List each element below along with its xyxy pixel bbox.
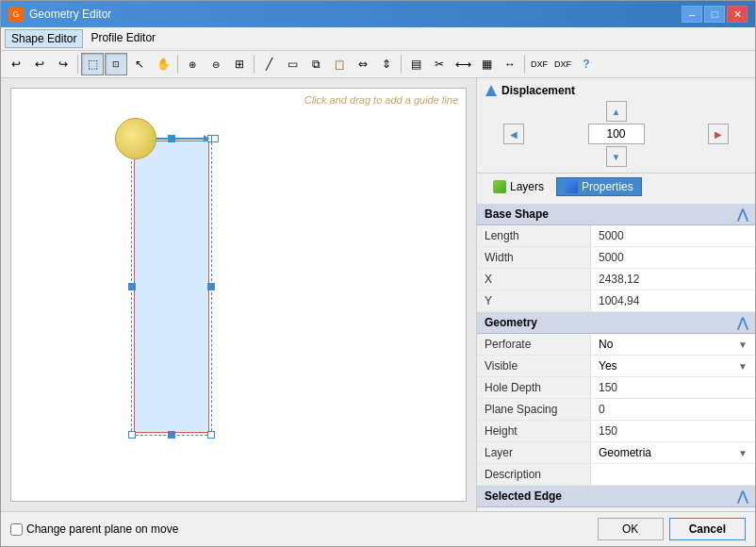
collapse-selected-edge-icon: ⋀ bbox=[737, 489, 748, 504]
selection-box bbox=[131, 138, 212, 436]
visible-select[interactable]: Yes ▼ bbox=[590, 356, 755, 376]
right-panel: Displacement bbox=[477, 78, 755, 511]
handle-bl[interactable] bbox=[128, 431, 136, 439]
displacement-left-button[interactable] bbox=[503, 124, 524, 144]
selected-edge-header[interactable]: Selected Edge ⋀ bbox=[477, 486, 755, 507]
prop-row-description: Description bbox=[477, 464, 755, 486]
properties-icon bbox=[565, 180, 578, 193]
collapse-base-shape-icon: ⋀ bbox=[737, 207, 748, 222]
title-bar: G Geometry Editor – □ ✕ bbox=[1, 1, 755, 27]
layer-select[interactable]: Geometria ▼ bbox=[590, 442, 755, 463]
dxf1-button[interactable]: DXF bbox=[528, 53, 551, 75]
perforate-select[interactable]: No ▼ bbox=[590, 334, 755, 355]
layer-dropdown-icon: ▼ bbox=[738, 448, 748, 458]
handle-ml[interactable] bbox=[128, 283, 136, 290]
select-shape-button[interactable]: ⬚ bbox=[81, 53, 104, 75]
redo-button[interactable]: ↪ bbox=[52, 53, 74, 75]
window-title: Geometry Editor bbox=[29, 8, 111, 21]
trim-button[interactable]: ✂ bbox=[428, 53, 451, 75]
app-icon: G bbox=[8, 7, 24, 22]
handle-bm[interactable] bbox=[168, 431, 175, 439]
add-line-button[interactable]: ╱ bbox=[257, 53, 280, 75]
prop-row-width: Width 5000 bbox=[477, 247, 755, 269]
main-content: Click and drag to add a guide line bbox=[1, 78, 755, 511]
prop-row-y: Y 1004,94 bbox=[477, 290, 755, 312]
canvas-area[interactable]: Click and drag to add a guide line bbox=[1, 78, 477, 511]
separator-5 bbox=[524, 55, 525, 74]
prop-row-height: Height 150 bbox=[477, 421, 755, 442]
left-arrow-icon bbox=[510, 128, 518, 140]
add-rect-button[interactable]: ▭ bbox=[281, 53, 304, 75]
prop-row-hole-depth: Hole Depth 150 bbox=[477, 377, 755, 399]
zoom-in-button[interactable]: ⊕ bbox=[181, 53, 204, 75]
handle-mr[interactable] bbox=[207, 283, 215, 290]
displacement-icon bbox=[485, 84, 498, 97]
visible-dropdown-icon: ▼ bbox=[738, 361, 748, 372]
select-point-button[interactable]: ⊡ bbox=[105, 53, 127, 75]
separator-1 bbox=[77, 55, 78, 74]
change-parent-plane-checkbox[interactable] bbox=[10, 523, 23, 536]
minimize-button[interactable]: – bbox=[682, 6, 702, 23]
arrow-line bbox=[156, 135, 219, 142]
base-shape-header[interactable]: Base Shape ⋀ bbox=[477, 204, 755, 225]
separator-2 bbox=[177, 55, 178, 74]
bottom-buttons: OK Cancel bbox=[598, 518, 746, 540]
title-bar-buttons: – □ ✕ bbox=[682, 6, 748, 23]
zoom-fit-button[interactable]: ⊞ bbox=[228, 53, 251, 75]
maximize-button[interactable]: □ bbox=[704, 6, 725, 23]
dxf2-button[interactable]: DXF bbox=[551, 53, 574, 75]
ok-button[interactable]: OK bbox=[598, 518, 664, 540]
handle-br[interactable] bbox=[207, 431, 215, 439]
up-arrow-icon bbox=[612, 106, 621, 117]
menu-bar: Shape Editor Profile Editor bbox=[1, 27, 755, 51]
canvas-inner[interactable]: Click and drag to add a guide line bbox=[10, 88, 467, 502]
mirror-h-button[interactable]: ⇔ bbox=[352, 53, 374, 75]
guide-hint: Click and drag to add a guide line bbox=[304, 94, 458, 106]
prop-row-layer: Layer Geometria ▼ bbox=[477, 442, 755, 464]
title-bar-left: G Geometry Editor bbox=[8, 7, 111, 22]
geometry-header[interactable]: Geometry ⋀ bbox=[477, 312, 755, 334]
prop-row-x: X 2438,12 bbox=[477, 269, 755, 290]
right-arrow-icon bbox=[715, 128, 722, 140]
help-button[interactable]: ? bbox=[575, 53, 598, 75]
displacement-controls bbox=[485, 101, 748, 167]
displacement-value-input[interactable] bbox=[588, 124, 645, 144]
shape-circle bbox=[115, 118, 156, 159]
paste-button[interactable]: 📋 bbox=[328, 53, 351, 75]
tab-properties[interactable]: Properties bbox=[556, 177, 642, 196]
toolbar: ↩ ↩ ↪ ⬚ ⊡ ↖ ✋ ⊕ ⊖ ⊞ ╱ ▭ ⧉ 📋 ⇔ ⇕ ▤ ✂ ⟷ ▦ … bbox=[1, 51, 755, 78]
cursor-button[interactable]: ↖ bbox=[128, 53, 151, 75]
prop-row-plane-spacing: Plane Spacing 0 bbox=[477, 399, 755, 421]
extend-button[interactable]: ⟷ bbox=[452, 53, 474, 75]
separator-3 bbox=[254, 55, 255, 74]
dimension-button[interactable]: ↔ bbox=[499, 53, 521, 75]
down-arrow-icon bbox=[612, 151, 621, 162]
menu-profile-editor[interactable]: Profile Editor bbox=[85, 29, 161, 48]
tab-layers[interactable]: Layers bbox=[485, 177, 552, 196]
svg-marker-0 bbox=[485, 85, 497, 96]
section-tabs: Layers Properties bbox=[477, 174, 755, 200]
prop-row-length: Length 5000 bbox=[477, 225, 755, 247]
zoom-out-button[interactable]: ⊖ bbox=[205, 53, 227, 75]
geometry-editor-window: G Geometry Editor – □ ✕ Shape Editor Pro… bbox=[0, 0, 756, 547]
cancel-button[interactable]: Cancel bbox=[669, 518, 746, 540]
hatching-button[interactable]: ▦ bbox=[475, 53, 498, 75]
separator-4 bbox=[401, 55, 402, 74]
change-parent-plane-label[interactable]: Change parent plane on move bbox=[10, 522, 178, 536]
menu-shape-editor[interactable]: Shape Editor bbox=[5, 29, 83, 48]
undo2-button[interactable]: ↩ bbox=[28, 53, 51, 75]
prop-row-visible: Visible Yes ▼ bbox=[477, 356, 755, 377]
displacement-down-button[interactable] bbox=[606, 146, 627, 167]
grab-button[interactable]: ✋ bbox=[152, 53, 174, 75]
undo-button[interactable]: ↩ bbox=[5, 53, 27, 75]
copy-button[interactable]: ⧉ bbox=[304, 53, 327, 75]
align-button[interactable]: ▤ bbox=[404, 53, 427, 75]
displacement-section: Displacement bbox=[477, 78, 755, 174]
properties-panel[interactable]: Base Shape ⋀ Length 5000 Width 5000 X 24… bbox=[477, 200, 755, 511]
mirror-v-button[interactable]: ⇕ bbox=[375, 53, 398, 75]
bottom-bar: Change parent plane on move OK Cancel bbox=[1, 511, 755, 546]
displacement-up-button[interactable] bbox=[606, 101, 627, 122]
displacement-right-button[interactable] bbox=[708, 124, 729, 144]
perforate-dropdown-icon: ▼ bbox=[738, 340, 748, 350]
close-button[interactable]: ✕ bbox=[727, 6, 748, 23]
